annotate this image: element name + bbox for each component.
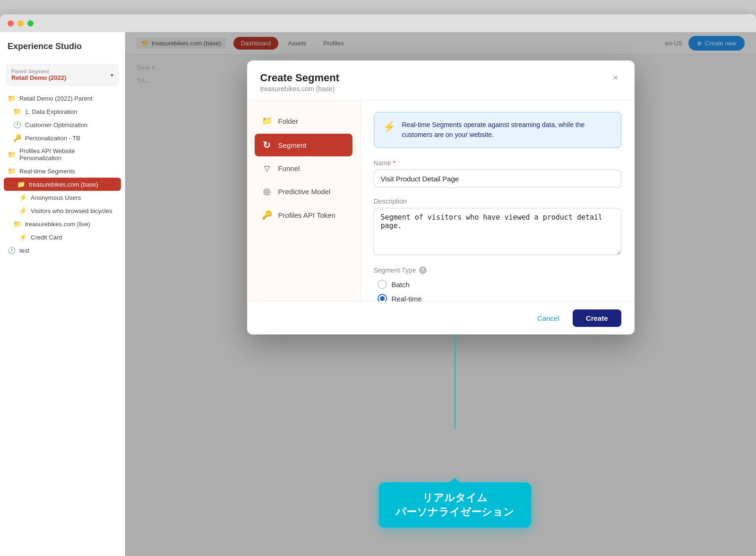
folder-icon: 📁: [13, 220, 21, 228]
sidebar-item-personalization-tb[interactable]: 🔑 Personalization - TB: [0, 131, 125, 145]
folder-icon: 📁: [17, 180, 25, 188]
modal-item-folder[interactable]: 📁 Folder: [255, 110, 352, 132]
modal-subtitle: treasurebikes.com (base): [260, 85, 340, 93]
description-label: Description: [374, 197, 621, 205]
maximize-button[interactable]: [27, 20, 34, 26]
chevron-down-icon: ▾: [111, 72, 113, 78]
connector-line: [455, 334, 455, 429]
radio-realtime-circle[interactable]: [378, 294, 387, 301]
callout-line1: リアルタイム: [395, 491, 514, 505]
parent-segment-value: Retail Demo (2022): [11, 74, 66, 81]
title-bar: [0, 14, 756, 32]
predictive-model-icon: ◎: [261, 186, 273, 197]
segment-icon: ↻: [261, 139, 273, 151]
parent-segment-dropdown[interactable]: Parent Segment Retail Demo (2022) ▾: [6, 64, 119, 86]
sidebar-item-treasurebikes-base[interactable]: 📁 treasurebikes.com (base): [4, 178, 121, 191]
radio-batch-label: Batch: [392, 281, 410, 289]
funnel-icon: ▽: [261, 164, 273, 173]
modal-left-panel: 📁 Folder ↻ Segment ▽ Funnel: [247, 101, 361, 301]
modal-item-predictive-label: Predictive Model: [278, 188, 331, 196]
cancel-button[interactable]: Cancel: [530, 309, 567, 327]
folder-icon: 📁: [261, 116, 273, 126]
sidebar-item-realtime-segments[interactable]: 📁 Real-time Segments: [0, 164, 125, 178]
folder-icon: 📁: [13, 108, 21, 115]
radio-batch-circle[interactable]: [378, 280, 387, 289]
parent-segment-label: Parent Segment: [11, 68, 66, 74]
modal-item-funnel[interactable]: ▽ Funnel: [255, 158, 352, 179]
modal-item-predictive-model[interactable]: ◎ Predictive Model: [255, 180, 352, 202]
modal-item-profiles-api-token[interactable]: 🔑 Profiles API Token: [255, 204, 352, 226]
lightning-info-icon: ⚡: [383, 121, 395, 133]
modal-backdrop: Create Segment treasurebikes.com (base) …: [125, 32, 756, 556]
modal-body: 📁 Folder ↻ Segment ▽ Funnel: [247, 101, 635, 301]
minimize-button[interactable]: [17, 20, 24, 26]
sidebar-item-profiles-api[interactable]: 📁 Profiles API Website Personalization: [0, 145, 125, 164]
clock-icon: 🕐: [8, 247, 16, 254]
modal-right-panel: ⚡ Real-time Segments operate against str…: [361, 101, 635, 301]
info-box: ⚡ Real-time Segments operate against str…: [374, 112, 621, 148]
sidebar-item-data-exploration[interactable]: 📁 1. Data Exploration: [0, 105, 125, 118]
api-token-icon: 🔑: [261, 210, 273, 220]
create-segment-modal: Create Segment treasurebikes.com (base) …: [247, 60, 635, 334]
sidebar-item-credit-card[interactable]: ⚡ Credit Card: [0, 231, 125, 244]
callout-tooltip: リアルタイム パーソナライゼーション: [378, 482, 531, 528]
app-title: Experience Studio: [0, 42, 125, 61]
main-area: 📁 treasurebikes.com (base) Dashboard Ass…: [125, 32, 756, 556]
folder-icon: 📁: [8, 94, 16, 102]
sidebar-item-customer-optimization[interactable]: 🕐 Customer Optimization: [0, 118, 125, 131]
modal-item-segment-label: Segment: [278, 141, 307, 149]
callout-line2: パーソナライゼーション: [395, 505, 514, 519]
modal-item-profiles-api-label: Profiles API Token: [278, 211, 335, 219]
radio-batch[interactable]: Batch: [378, 280, 621, 289]
segment-type-section: Segment Type ? Batch: [374, 266, 621, 301]
modal-item-segment[interactable]: ↻ Segment: [255, 134, 352, 156]
close-button[interactable]: [8, 20, 14, 26]
sidebar-item-visitors-browsed[interactable]: ⚡ Visitors who browsed bicycles: [0, 204, 125, 217]
help-icon[interactable]: ?: [419, 266, 427, 274]
folder-icon: 📁: [8, 151, 16, 158]
name-form-group: Name *: [374, 159, 621, 188]
description-form-group: Description Segment of visitors who have…: [374, 197, 621, 257]
modal-close-button[interactable]: ×: [610, 72, 621, 83]
modal-item-folder-label: Folder: [278, 117, 299, 125]
sidebar-item-retail-demo-parent[interactable]: 📁 Retail Demo (2022) Parent: [0, 92, 125, 105]
modal-title: Create Segment: [260, 72, 340, 84]
name-label: Name *: [374, 159, 621, 167]
sidebar-item-treasurebikes-live[interactable]: 📁 treasurebikes.com (live): [0, 217, 125, 231]
modal-item-funnel-label: Funnel: [278, 164, 300, 172]
description-textarea[interactable]: Segment of visitors who have viewed a pr…: [374, 208, 621, 255]
create-button[interactable]: Create: [573, 309, 621, 327]
segment-type-label: Segment Type ?: [374, 266, 621, 274]
key-icon: 🔑: [13, 134, 21, 142]
sidebar: Experience Studio Parent Segment Retail …: [0, 32, 125, 556]
modal-header: Create Segment treasurebikes.com (base) …: [247, 60, 635, 101]
modal-footer: Cancel Create: [247, 301, 635, 334]
radio-group: Batch Real-time: [378, 280, 621, 301]
lightning-icon: ⚡: [19, 207, 27, 214]
radio-realtime-label: Real-time: [392, 295, 422, 302]
app-window: Experience Studio Parent Segment Retail …: [0, 14, 756, 556]
lightning-icon: ⚡: [19, 194, 27, 201]
sidebar-item-test[interactable]: 🕐 test: [0, 244, 125, 257]
info-box-text: Real-time Segments operate against strea…: [402, 120, 612, 140]
lightning-icon: ⚡: [19, 233, 27, 241]
name-input[interactable]: [374, 170, 621, 188]
sidebar-item-anonymous-users[interactable]: ⚡ Anonymous Users: [0, 191, 125, 204]
required-indicator: *: [393, 159, 395, 167]
clock-icon: 🕐: [13, 121, 21, 128]
radio-realtime[interactable]: Real-time: [378, 294, 621, 301]
folder-icon: 📁: [8, 167, 16, 175]
